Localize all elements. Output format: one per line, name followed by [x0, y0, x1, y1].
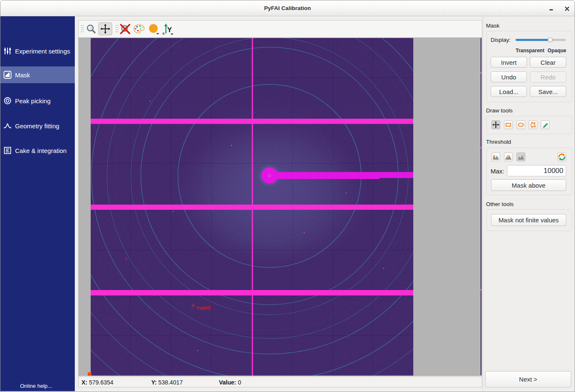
- svg-text:Y: Y: [167, 26, 172, 34]
- svg-text:mark0: mark0: [196, 305, 211, 311]
- svg-text:0: 0: [163, 32, 165, 36]
